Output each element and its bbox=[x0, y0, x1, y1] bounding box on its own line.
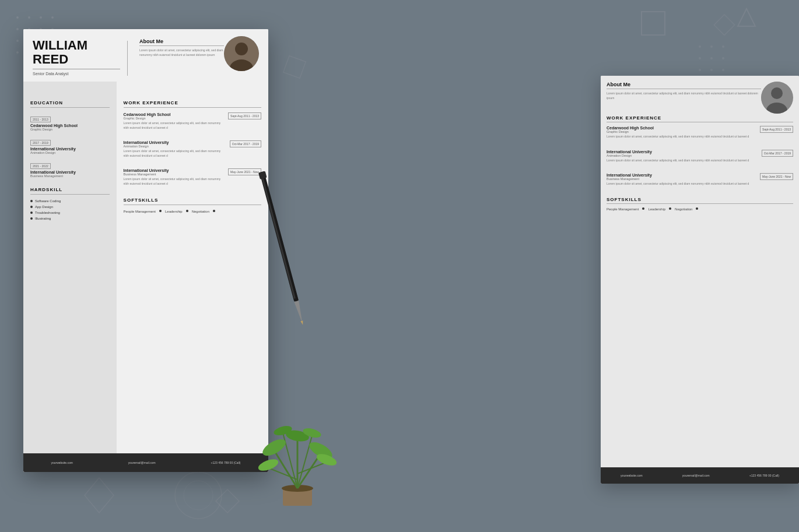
front-left-col: EDUCATION 2011 - 2013 Cedarwood High Sch… bbox=[23, 82, 117, 472]
dot-icon bbox=[696, 207, 698, 210]
svg-point-63 bbox=[771, 87, 783, 99]
dot-icon bbox=[642, 207, 644, 210]
svg-marker-44 bbox=[300, 320, 304, 325]
edu-entry-1: 2011 - 2013 Cedarwood High School Graphi… bbox=[30, 112, 110, 131]
back-softskills-row: People Management Leadership Negotiation bbox=[607, 207, 793, 211]
skill-4: Illustrating bbox=[30, 217, 110, 220]
edu-entry-3: 2021 - 2022 International University Bus… bbox=[30, 159, 110, 178]
front-header: WILLIAM REED Senior Data Analyst About M… bbox=[23, 29, 268, 82]
back-header: About Me Lorem ipsum dolor sit amet, con… bbox=[601, 76, 799, 111]
edu-entry-2: 2017 - 2019 International University Ani… bbox=[30, 136, 110, 154]
resume-back-card: About Me Lorem ipsum dolor sit amet, con… bbox=[601, 76, 799, 484]
svg-line-54 bbox=[297, 436, 312, 488]
dot-icon bbox=[159, 210, 162, 212]
dot-icon bbox=[669, 207, 671, 210]
resume-front-card: WILLIAM REED Senior Data Analyst About M… bbox=[23, 29, 268, 472]
skill-2: App Design bbox=[30, 205, 110, 209]
back-work-section: WORK EXPERIENCE Cedarwood High School Gr… bbox=[601, 115, 799, 211]
back-profile-photo bbox=[761, 82, 793, 114]
skill-3: Troubleshooting bbox=[30, 211, 110, 214]
front-body: EDUCATION 2011 - 2013 Cedarwood High Sch… bbox=[23, 82, 268, 472]
svg-line-48 bbox=[274, 450, 297, 488]
bullet-icon bbox=[30, 212, 33, 214]
work-entry-3: International University Business Manage… bbox=[124, 168, 261, 191]
front-right-col: WORK EXPERIENCE Cedarwood High School Gr… bbox=[117, 82, 268, 472]
skill-1: Software Coding bbox=[30, 199, 110, 203]
bullet-icon bbox=[30, 200, 33, 202]
plant-decoration bbox=[251, 404, 344, 509]
svg-point-66 bbox=[235, 43, 248, 55]
bullet-icon bbox=[30, 217, 33, 220]
back-about-section: About Me Lorem ipsum dolor sit amet, con… bbox=[607, 82, 761, 100]
back-work-entry-1: Cedarwood High School Graphic Design Lor… bbox=[607, 126, 793, 144]
front-footer: yourwebsite.com youremail@mail.com +123 … bbox=[23, 453, 268, 472]
back-footer: yourwebsite.com youremail@mail.com +123 … bbox=[601, 467, 799, 484]
vertical-divider bbox=[127, 41, 128, 76]
back-work-title: WORK EXPERIENCE bbox=[607, 115, 793, 122]
about-title: About Me bbox=[139, 38, 224, 46]
svg-marker-43 bbox=[294, 301, 304, 325]
back-about-text: Lorem ipsum dolor sit amet, consectetur … bbox=[607, 91, 761, 100]
work-entry-2: International University Animation Desig… bbox=[124, 140, 261, 163]
about-text: Lorem ipsum dolor sit amet, consectetur … bbox=[139, 48, 224, 57]
dot-icon bbox=[186, 210, 188, 212]
front-softskills-row: People Management Leadership Negotiation bbox=[124, 210, 261, 213]
back-about-title: About Me bbox=[607, 82, 761, 89]
svg-point-55 bbox=[260, 436, 288, 459]
dot-icon bbox=[213, 210, 215, 212]
work-entry-1: Cedarwood High School Graphic Design Lor… bbox=[124, 112, 261, 135]
back-work-entry-3: International University Business Manage… bbox=[607, 173, 793, 191]
back-softskills-title: SOFTSKILLS bbox=[607, 197, 793, 204]
back-work-entry-2: International University Animation Desig… bbox=[607, 150, 793, 168]
bullet-icon bbox=[30, 206, 33, 208]
front-profile-photo bbox=[224, 36, 259, 71]
